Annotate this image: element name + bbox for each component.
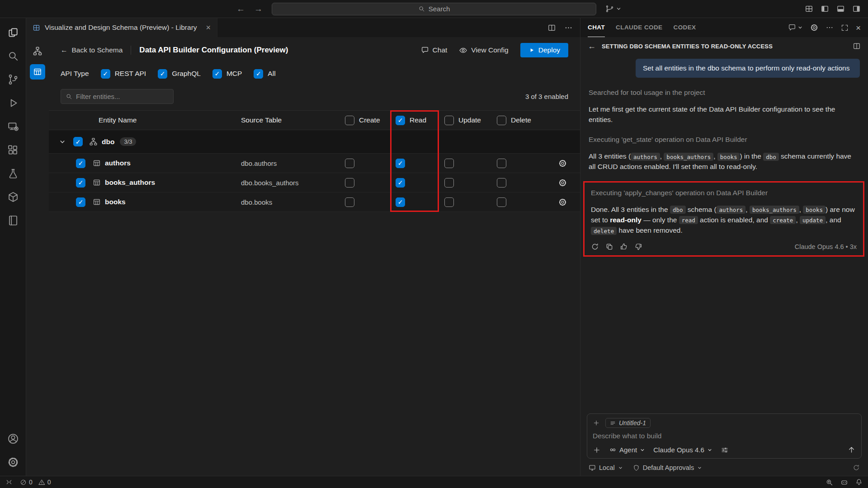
api-type-all[interactable]: All xyxy=(254,69,275,79)
approvals-picker[interactable]: Default Approvals xyxy=(633,464,703,471)
model-picker[interactable]: Claude Opus 4.6 xyxy=(653,446,712,454)
chevron-down-icon[interactable] xyxy=(59,138,66,145)
notebook-icon[interactable] xyxy=(0,209,26,232)
tab-chat[interactable]: CHAT xyxy=(588,18,605,37)
mcp-checkbox[interactable] xyxy=(212,69,222,79)
agent-mode-picker[interactable]: Agent xyxy=(609,446,645,454)
toggle-primary-sidebar-icon[interactable] xyxy=(821,5,829,13)
search-view-icon[interactable] xyxy=(0,44,26,68)
row-select-checkbox[interactable] xyxy=(76,197,85,207)
copilot-icon[interactable] xyxy=(840,479,848,486)
back-to-schema-link[interactable]: ← Back to Schema xyxy=(61,46,123,54)
source-table: dbo.authors xyxy=(238,160,340,167)
session-refresh-icon[interactable] xyxy=(853,464,860,471)
explorer-icon[interactable] xyxy=(0,21,26,44)
create-checkbox[interactable] xyxy=(345,178,354,188)
filter-entities-field[interactable] xyxy=(61,89,174,104)
environment-picker[interactable]: Local xyxy=(589,464,623,471)
remote-explorer-icon[interactable] xyxy=(0,115,26,138)
source-control-icon[interactable] xyxy=(0,68,26,91)
api-type-graphql[interactable]: GraphQL xyxy=(158,69,201,79)
delete-all-checkbox[interactable] xyxy=(497,116,506,125)
create-checkbox[interactable] xyxy=(345,159,354,168)
more-actions-icon[interactable] xyxy=(826,23,834,32)
entity-settings-gear-icon[interactable] xyxy=(558,159,567,168)
chevron-down-icon xyxy=(640,447,645,453)
zoom-in-icon[interactable] xyxy=(826,479,833,486)
update-checkbox[interactable] xyxy=(444,159,454,168)
testing-icon[interactable] xyxy=(0,162,26,185)
tab-visualize-design-schema[interactable]: Visualize and Design Schema (Preview) - … xyxy=(26,18,217,37)
entity-settings-gear-icon[interactable] xyxy=(558,198,567,206)
thread-back-icon[interactable]: ← xyxy=(588,42,596,51)
chat-prompt-input[interactable] xyxy=(593,432,856,440)
send-icon[interactable] xyxy=(847,446,856,454)
regenerate-icon[interactable] xyxy=(591,243,599,251)
view-config-button[interactable]: View Config xyxy=(459,46,508,55)
chat-mode-menu[interactable] xyxy=(788,23,803,32)
remote-indicator-icon[interactable] xyxy=(5,479,13,486)
entity-settings-gear-icon[interactable] xyxy=(558,178,567,187)
delete-checkbox[interactable] xyxy=(497,159,506,168)
customize-layout-icon[interactable] xyxy=(805,5,813,13)
extensions-icon[interactable] xyxy=(0,138,26,162)
tools-sliders-icon[interactable] xyxy=(721,446,729,454)
maximize-panel-icon[interactable] xyxy=(841,24,849,32)
add-context-icon[interactable] xyxy=(593,419,600,427)
settings-gear-icon[interactable] xyxy=(0,450,26,474)
update-checkbox[interactable] xyxy=(444,197,454,207)
command-center-search[interactable]: Search xyxy=(272,3,596,15)
close-panel-icon[interactable]: × xyxy=(856,23,861,32)
context-chip-untitled[interactable]: Untitled-1 xyxy=(605,418,651,428)
schema-count-badge: 3/3 xyxy=(120,137,136,146)
update-checkbox[interactable] xyxy=(444,178,454,188)
tab-codex[interactable]: CODEX xyxy=(674,18,696,37)
read-all-checkbox[interactable] xyxy=(396,116,405,125)
row-select-checkbox[interactable] xyxy=(76,178,85,188)
nav-forward-button[interactable]: → xyxy=(254,5,263,13)
create-all-checkbox[interactable] xyxy=(345,116,354,125)
close-tab-icon[interactable]: × xyxy=(206,23,211,32)
containers-icon[interactable] xyxy=(0,185,26,209)
read-checkbox[interactable] xyxy=(396,178,405,188)
more-actions-icon[interactable] xyxy=(564,23,573,32)
api-type-rest[interactable]: REST API xyxy=(101,69,146,79)
copy-icon[interactable] xyxy=(605,243,613,251)
open-in-editor-icon[interactable] xyxy=(853,42,861,50)
thumbs-up-icon[interactable] xyxy=(620,243,628,251)
toggle-secondary-sidebar-icon[interactable] xyxy=(852,5,861,13)
read-checkbox[interactable] xyxy=(396,159,405,168)
accounts-icon[interactable] xyxy=(0,427,26,450)
graphql-checkbox[interactable] xyxy=(158,69,167,79)
api-builder-view-icon[interactable] xyxy=(30,64,45,80)
chat-input-box[interactable]: Untitled-1 Agent Cla xyxy=(587,413,862,459)
notifications-bell-icon[interactable] xyxy=(855,479,863,486)
warnings-count: 0 xyxy=(47,479,51,486)
run-debug-icon[interactable] xyxy=(0,91,26,115)
session-graph-menu[interactable] xyxy=(605,5,622,13)
filter-entities-input[interactable] xyxy=(76,93,169,100)
row-select-checkbox[interactable] xyxy=(76,159,85,168)
model-info: Claude Opus 4.6 • 3x xyxy=(795,243,857,250)
nav-back-button[interactable]: ← xyxy=(236,5,245,13)
delete-checkbox[interactable] xyxy=(497,178,506,188)
problems-indicator[interactable]: 0 0 xyxy=(20,479,51,486)
attach-icon[interactable] xyxy=(593,446,601,454)
read-checkbox[interactable] xyxy=(396,197,405,207)
deploy-button[interactable]: Deploy xyxy=(520,43,568,57)
thumbs-down-icon[interactable] xyxy=(634,243,642,251)
designer-view-switcher xyxy=(26,37,49,476)
group-select-checkbox[interactable] xyxy=(73,137,83,146)
chat-settings-gear-icon[interactable] xyxy=(810,23,818,32)
delete-checkbox[interactable] xyxy=(497,197,506,207)
all-checkbox[interactable] xyxy=(254,69,263,79)
api-type-mcp[interactable]: MCP xyxy=(212,69,242,79)
create-checkbox[interactable] xyxy=(345,197,354,207)
chat-button[interactable]: Chat xyxy=(421,46,448,54)
rest-api-checkbox[interactable] xyxy=(101,69,110,79)
update-all-checkbox[interactable] xyxy=(444,116,454,125)
tab-claude-code[interactable]: CLAUDE CODE xyxy=(616,18,662,37)
toggle-panel-icon[interactable] xyxy=(836,5,845,13)
schema-designer-view-icon[interactable] xyxy=(30,43,45,59)
split-editor-icon[interactable] xyxy=(547,23,556,32)
